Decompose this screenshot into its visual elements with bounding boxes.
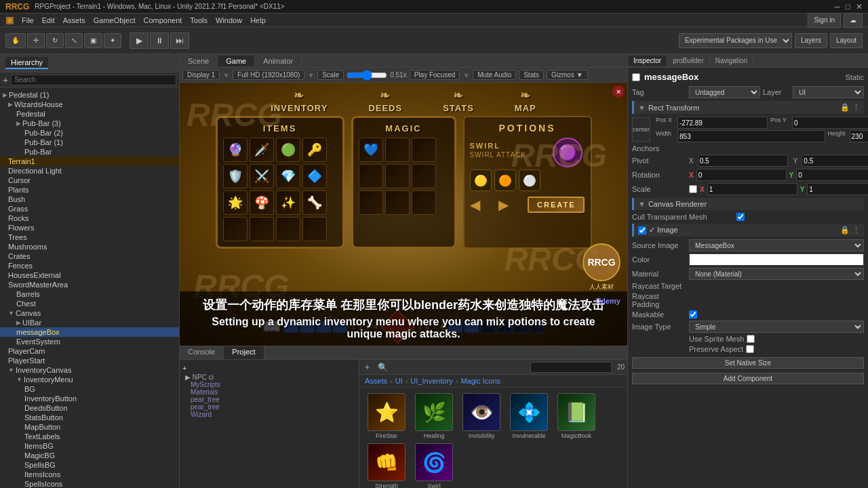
- list-item[interactable]: EventSystem: [0, 337, 179, 346]
- play-button[interactable]: ▶: [130, 33, 149, 49]
- menu-edit[interactable]: Edit: [42, 16, 55, 24]
- image-menu[interactable]: ⋮: [852, 226, 860, 235]
- hierarchy-tab[interactable]: Hierarchy: [5, 57, 48, 69]
- file-firestar[interactable]: ⭐ FireStar: [365, 393, 408, 439]
- list-item[interactable]: MyScripts: [182, 381, 356, 388]
- list-item[interactable]: Cursor: [0, 176, 179, 185]
- potion-slot-3[interactable]: ⚪: [519, 169, 540, 191]
- close-btn[interactable]: ✕: [856, 2, 863, 12]
- tab-scene[interactable]: Scene: [180, 56, 218, 66]
- height-field[interactable]: [850, 130, 868, 142]
- inventory-close-btn[interactable]: ✕: [612, 85, 625, 98]
- list-item[interactable]: Mushrooms: [0, 242, 179, 251]
- scale-slider[interactable]: [347, 70, 387, 81]
- packages-dropdown[interactable]: Experimental Packages in Use: [679, 33, 792, 48]
- file-swirl[interactable]: 🌀 Swirl: [412, 443, 456, 488]
- list-item[interactable]: Pub-Bar (1): [0, 138, 179, 147]
- potion-slot-1[interactable]: 🟡: [470, 169, 492, 191]
- path-ui-inventory[interactable]: UI_Inventory: [410, 377, 452, 385]
- item-slot[interactable]: 🌟: [223, 190, 248, 215]
- scale-x[interactable]: [707, 183, 797, 195]
- width-field[interactable]: [677, 130, 825, 142]
- pause-button[interactable]: ⏸: [150, 33, 169, 49]
- add-folder-btn[interactable]: +: [182, 364, 186, 372]
- list-item[interactable]: HousesExternal: [0, 270, 179, 280]
- list-item[interactable]: ▼InventoryMenu: [0, 375, 179, 384]
- menu-assets[interactable]: Assets: [63, 16, 85, 24]
- list-item[interactable]: DeedsButton: [0, 403, 179, 413]
- list-item[interactable]: pear_tree: [182, 403, 356, 411]
- list-item[interactable]: Fences: [0, 261, 179, 270]
- map-tab[interactable]: MAP: [515, 88, 536, 113]
- messagebox-item[interactable]: messageBox: [0, 327, 179, 337]
- prev-arrow[interactable]: ◀: [470, 197, 480, 213]
- set-native-size-btn[interactable]: Set Native Size: [632, 357, 864, 369]
- tab-game[interactable]: Game: [218, 56, 255, 66]
- list-item[interactable]: MagicBG: [0, 451, 179, 460]
- list-item[interactable]: TextLabels: [0, 432, 179, 441]
- item-slot[interactable]: 🍄: [250, 190, 274, 215]
- material-field[interactable]: None (Material): [689, 268, 864, 280]
- maskable-checkbox[interactable]: [689, 310, 697, 319]
- scale-tool[interactable]: ⤡: [65, 33, 83, 48]
- display-selector[interactable]: Display 1: [182, 70, 220, 80]
- use-sprite-checkbox[interactable]: [747, 335, 755, 343]
- scale-y[interactable]: [807, 183, 868, 195]
- tab-navigation[interactable]: Navigation: [710, 56, 753, 66]
- file-invisibility[interactable]: 👁️ Invisibility: [460, 393, 503, 439]
- tab-console[interactable]: Console: [180, 346, 224, 359]
- layers-btn[interactable]: Layers: [795, 33, 827, 48]
- play-focused-btn[interactable]: Play Focused: [410, 70, 460, 80]
- list-item[interactable]: SwordMasterArea: [0, 280, 179, 289]
- list-item[interactable]: Wizard: [182, 411, 356, 418]
- menu-tools[interactable]: Tools: [190, 16, 208, 24]
- section-lock[interactable]: 🔒: [840, 103, 850, 112]
- list-item[interactable]: Plants: [0, 185, 179, 195]
- list-item[interactable]: ▶WizardsHouse: [0, 100, 179, 109]
- hand-tool[interactable]: ✋: [5, 33, 26, 48]
- pivot-x[interactable]: [698, 155, 788, 167]
- color-picker[interactable]: [689, 253, 864, 266]
- sign-in-btn[interactable]: Sign in: [808, 13, 841, 28]
- item-slot[interactable]: 🔮: [223, 138, 248, 162]
- step-button[interactable]: ⏭: [170, 33, 189, 49]
- proj-add-btn[interactable]: +: [362, 363, 372, 372]
- list-item[interactable]: Bush: [0, 195, 179, 204]
- stats-tab[interactable]: STATS: [443, 88, 474, 113]
- list-item[interactable]: ▶Pub-Bar (3): [0, 119, 179, 128]
- deeds-tab[interactable]: DEEDS: [368, 88, 402, 113]
- mute-audio-btn[interactable]: Mute Audio: [473, 70, 516, 80]
- item-slot[interactable]: 🛡️: [223, 164, 248, 188]
- item-slot[interactable]: [276, 217, 300, 241]
- list-item[interactable]: Chest: [0, 299, 179, 308]
- list-item[interactable]: SpellsIcons: [0, 479, 179, 488]
- menu-window[interactable]: Window: [216, 16, 242, 24]
- file-invulnerable[interactable]: 💠 Invulnerable: [507, 393, 551, 439]
- collab-btn[interactable]: ☁: [844, 13, 863, 28]
- list-item[interactable]: pear_tree: [182, 396, 356, 403]
- tab-animator[interactable]: Animator: [255, 56, 302, 66]
- tag-dropdown[interactable]: Untagged: [689, 86, 760, 98]
- project-search[interactable]: [530, 362, 612, 373]
- hierarchy-add-btn[interactable]: +: [3, 75, 8, 85]
- list-item[interactable]: ▶ NPC ci: [182, 373, 356, 381]
- item-slot[interactable]: 🗡️: [250, 138, 274, 162]
- menu-gameobject[interactable]: GameObject: [94, 16, 136, 24]
- proj-search-btn[interactable]: 🔍: [375, 363, 391, 372]
- item-slot[interactable]: [223, 217, 248, 241]
- image-enable[interactable]: [638, 226, 646, 235]
- list-item[interactable]: BG: [0, 384, 179, 394]
- path-ui[interactable]: UI: [395, 377, 403, 385]
- add-component-btn[interactable]: Add Component: [632, 373, 864, 384]
- inventory-tab[interactable]: INVENTORY: [271, 88, 328, 113]
- create-button[interactable]: CREATE: [528, 197, 585, 213]
- maximize-btn[interactable]: □: [846, 2, 850, 12]
- item-slot[interactable]: 🔑: [302, 138, 327, 162]
- list-item[interactable]: Rocks: [0, 214, 179, 223]
- object-active-toggle[interactable]: [632, 73, 640, 81]
- section-menu[interactable]: ⋮: [852, 103, 860, 112]
- menu-component[interactable]: Component: [143, 16, 182, 24]
- list-item[interactable]: Directional Light: [0, 166, 179, 176]
- path-assets[interactable]: Assets: [365, 377, 387, 385]
- item-slot[interactable]: ⚔️: [250, 164, 274, 188]
